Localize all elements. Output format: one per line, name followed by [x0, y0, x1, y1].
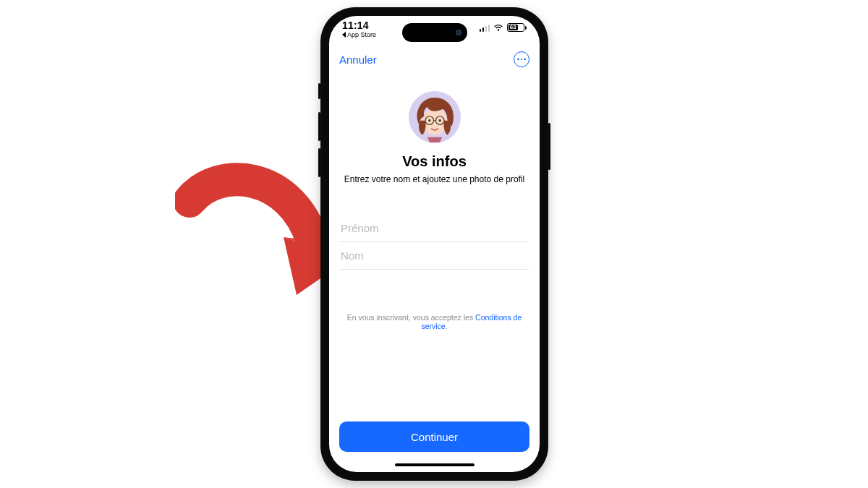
back-chevron-icon: [342, 32, 346, 38]
terms-prefix: En vous inscrivant, vous acceptez les: [347, 313, 475, 322]
name-form: [339, 215, 529, 270]
battery-icon: 63: [507, 23, 527, 32]
volume-up-button: [318, 112, 320, 141]
memoji-icon: [409, 91, 461, 143]
status-bar: 11:14 App Store 63: [329, 16, 540, 48]
first-name-field[interactable]: [339, 215, 529, 242]
wifi-icon: [493, 24, 503, 32]
terms-text: En vous inscrivant, vous acceptez les Co…: [339, 313, 529, 330]
content-area: Vos infos Entrez votre nom et ajoutez un…: [329, 78, 540, 472]
nav-bar: Annuler: [329, 48, 540, 71]
status-back-label: App Store: [347, 31, 376, 38]
phone-frame: 11:14 App Store 63: [320, 7, 548, 481]
cancel-button[interactable]: Annuler: [339, 53, 377, 66]
phone-screen: 11:14 App Store 63: [329, 16, 540, 472]
mute-switch: [318, 83, 320, 99]
status-back-to-app[interactable]: App Store: [342, 31, 376, 38]
power-button: [548, 123, 550, 170]
cellular-signal-icon: [480, 24, 490, 32]
battery-percent: 63: [510, 25, 516, 30]
more-options-button[interactable]: [514, 51, 529, 67]
terms-suffix: .: [446, 322, 448, 330]
volume-down-button: [318, 148, 320, 177]
stage: 11:14 App Store 63: [0, 0, 868, 488]
page-title: Vos infos: [402, 153, 467, 170]
home-indicator[interactable]: [395, 463, 475, 466]
page-subtitle: Entrez votre nom et ajoutez une photo de…: [344, 174, 525, 184]
avatar[interactable]: [409, 91, 461, 143]
svg-point-5: [438, 119, 441, 121]
last-name-field[interactable]: [339, 242, 529, 270]
status-time: 11:14: [342, 20, 369, 30]
continue-button[interactable]: Continuer: [339, 421, 529, 452]
svg-point-4: [428, 119, 430, 121]
